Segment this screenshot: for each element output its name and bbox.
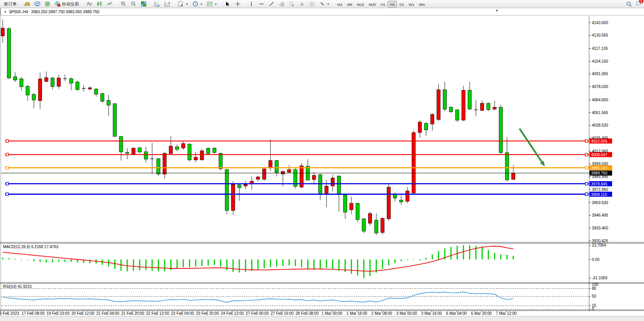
macd-histogram-bar xyxy=(220,259,221,266)
bull-candle xyxy=(406,191,409,201)
bull-candle xyxy=(232,184,235,210)
navigator-button[interactable] xyxy=(42,0,53,7)
auto-scroll-button[interactable] xyxy=(152,0,162,7)
line-handle[interactable] xyxy=(6,153,9,156)
bear-candle xyxy=(275,160,279,173)
text-label-button[interactable]: T xyxy=(307,0,317,7)
price-tick-label: 4038.530 xyxy=(592,123,608,127)
zoom-out-button[interactable] xyxy=(128,0,139,7)
line-handle[interactable] xyxy=(6,193,9,196)
autotrade-button[interactable]: 自动交易 xyxy=(53,0,81,7)
tab-timeframe-h4[interactable]: H4 xyxy=(388,1,397,7)
price-tick-label: 3972.960 xyxy=(592,187,608,192)
main-toolbar: 新订单 自动交易 ▼ ▼ ▼ E F A T ▼ M1 M5 M15 M30 H… xyxy=(0,0,644,8)
rsi-tick-label: 80 xyxy=(592,286,597,291)
text-button[interactable]: A xyxy=(297,0,307,7)
macd-histogram-bar xyxy=(133,259,134,271)
candle-chart-button[interactable] xyxy=(95,0,105,7)
crosshair-button[interactable] xyxy=(233,0,243,7)
tab-timeframe-m5[interactable]: M5 xyxy=(345,1,354,7)
macd-histogram-bar xyxy=(388,259,390,265)
macd-histogram-bar xyxy=(46,259,47,263)
bull-candle xyxy=(1,28,5,36)
new-chart-icon xyxy=(178,1,184,7)
time-axis[interactable]: 16 Feb 202317 Feb 08:0019 Feb 23:0020 Fe… xyxy=(0,311,517,316)
chart-shift-marker-icon[interactable]: ▼ xyxy=(495,9,498,12)
bear-candle xyxy=(456,110,459,120)
line-chart-button[interactable] xyxy=(105,0,115,7)
dropdown-arrow-icon: ▼ xyxy=(200,3,203,5)
bear-candle xyxy=(213,148,216,153)
tab-timeframe-m1[interactable]: M1 xyxy=(335,1,345,7)
bear-candle xyxy=(20,79,23,86)
bull-candle xyxy=(256,177,260,179)
time-tick-label: 2 Mar 08:00 xyxy=(371,311,392,316)
line-chart-icon xyxy=(107,1,113,7)
svg-text:A: A xyxy=(300,2,304,7)
price-tick-label: 4051.565 xyxy=(592,111,608,115)
profiles-button[interactable] xyxy=(22,0,32,7)
price-tick-label: 4091.065 xyxy=(592,72,608,76)
macd-histogram-bar xyxy=(233,259,234,272)
notifications-button[interactable]: 1 xyxy=(635,0,642,8)
tab-timeframe-m15[interactable]: M15 xyxy=(354,1,366,7)
tab-timeframe-h1[interactable]: H1 xyxy=(378,1,388,7)
macd-histogram-bar xyxy=(251,259,253,271)
line-handle[interactable] xyxy=(585,182,588,185)
tab-timeframe-w1[interactable]: W1 xyxy=(407,1,417,7)
arrows-button[interactable]: ▼ xyxy=(317,0,332,7)
template-button[interactable]: ▼ xyxy=(205,0,219,7)
line-handle[interactable] xyxy=(585,140,588,143)
search-icon[interactable] xyxy=(626,1,632,7)
channel-button[interactable]: E xyxy=(277,0,287,7)
line-handle[interactable] xyxy=(6,182,9,185)
doji-candle xyxy=(82,88,86,88)
new-order-button[interactable]: 新订单 xyxy=(2,0,19,7)
line-handle[interactable] xyxy=(6,140,9,143)
tab-timeframe-d1[interactable]: D1 xyxy=(397,1,406,7)
tab-timeframe-m30[interactable]: M30 xyxy=(367,1,378,7)
bear-candle xyxy=(356,203,360,220)
status-strip xyxy=(0,316,644,321)
trendline-button[interactable] xyxy=(267,0,277,7)
line-handle[interactable] xyxy=(6,166,9,169)
cursor-button[interactable] xyxy=(223,0,233,7)
vline-button[interactable] xyxy=(246,0,256,7)
axis-price-flag-text: 3978.845 xyxy=(591,182,607,186)
time-tick-label: 27 Feb 00:00 xyxy=(246,311,269,316)
macd-histogram-bar xyxy=(52,259,53,263)
bear-candle xyxy=(344,195,347,212)
line-handle[interactable] xyxy=(585,153,588,156)
macd-histogram-bar xyxy=(139,259,140,270)
macd-histogram-bar xyxy=(438,251,439,260)
time-tick-label: 23 Feb 20:00 xyxy=(196,311,219,316)
bear-candle xyxy=(400,200,403,202)
cursor-icon xyxy=(225,1,231,7)
time-tick-label: 21 Feb 04:00 xyxy=(97,311,119,316)
chart-shift-button[interactable] xyxy=(162,0,172,7)
market-watch-button[interactable] xyxy=(32,0,42,7)
macd-histogram-bar xyxy=(370,259,371,276)
macd-histogram-bar xyxy=(482,247,483,259)
tab-timeframe-mn[interactable]: MN xyxy=(417,1,427,7)
tile-windows-button[interactable] xyxy=(139,0,149,7)
collapse-triangle-icon[interactable]: ▼ xyxy=(4,11,7,13)
time-tick-label: 3 Mar 16:00 xyxy=(421,311,442,316)
fibonacci-button[interactable]: F xyxy=(287,0,297,7)
separator xyxy=(221,1,221,7)
bull-candle xyxy=(369,213,372,223)
new-chart-button[interactable]: ▼ xyxy=(176,0,190,7)
macd-histogram-bar xyxy=(426,258,427,259)
macd-histogram-bar xyxy=(457,246,458,259)
line-handle[interactable] xyxy=(585,166,588,169)
template-icon xyxy=(207,1,213,7)
zoom-in-button[interactable] xyxy=(118,0,128,7)
line-handle[interactable] xyxy=(585,193,588,196)
macd-histogram-bar xyxy=(15,259,16,260)
macd-histogram-bar xyxy=(21,259,22,260)
macd-histogram-bar xyxy=(513,256,514,260)
hline-button[interactable] xyxy=(256,0,267,7)
time-tick-label: 1 Mar 00:00 xyxy=(321,311,342,316)
bar-chart-button[interactable] xyxy=(84,0,95,7)
period-button[interactable]: ▼ xyxy=(190,0,205,7)
